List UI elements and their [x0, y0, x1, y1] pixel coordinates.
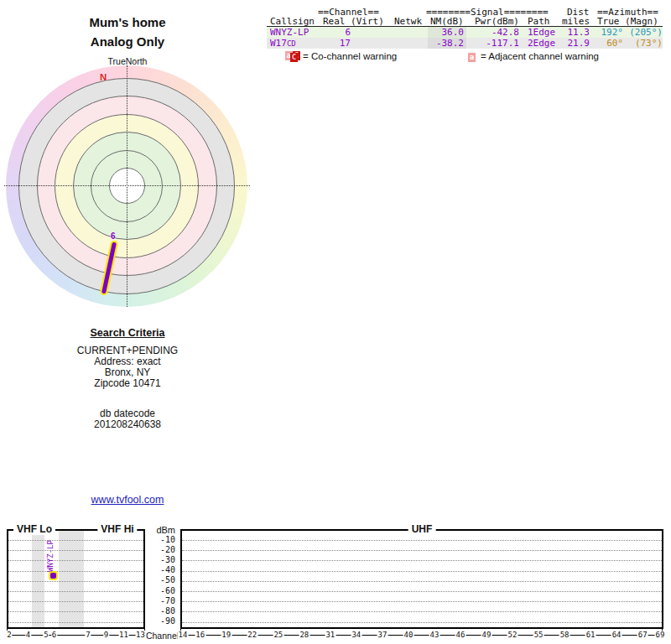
dbm-gridline	[182, 581, 662, 582]
table-row: WNYZ-LP 6 36.0 -42.8 1Edge 11.3 192° (20…	[267, 27, 663, 38]
polar-azimuth-plot: N 6	[4, 63, 250, 309]
channel-tick-label: 61	[585, 631, 596, 639]
db-datecode-label: db datecode	[44, 408, 211, 419]
dbm-tick-label: -60	[149, 586, 175, 595]
dbm-tick-label: -90	[149, 616, 175, 626]
db-datecode-value: 201208240638	[44, 419, 211, 430]
footer-link-wrap: www.tvfool.com	[44, 494, 211, 506]
search-criteria-line: Address: exact	[44, 356, 211, 367]
dbm-gridline	[8, 591, 143, 592]
channel-tick-label: 13	[135, 631, 146, 639]
dbm-gridline	[8, 560, 143, 561]
search-criteria-line: Bronx, NY	[44, 367, 211, 378]
dbm-tick-label: -40	[149, 565, 175, 574]
dbm-gridline	[8, 540, 143, 541]
channel-tick-label: 40	[403, 631, 414, 639]
spectrum-gap-band	[32, 531, 44, 627]
search-criteria-block: CURRENT+PENDING Address: exact Bronx, NY…	[44, 345, 211, 389]
channel-tick-label: 37	[377, 631, 388, 639]
legend-adjacent-badge: a	[468, 51, 476, 62]
table-row: W17CD 17 -38.2 -117.1 2Edge 21.9 60° (73…	[267, 38, 663, 49]
signal-spoke-layer	[4, 63, 250, 309]
spectrum-gap-band	[59, 531, 84, 627]
dbm-gridline	[182, 591, 662, 592]
channel-tick-label: 49	[481, 631, 492, 639]
search-criteria-line: CURRENT+PENDING	[44, 345, 211, 356]
tvfool-report: Mum's home Analog Only TrueNorth N 6 ==C…	[0, 0, 671, 644]
channel-tick-label: 28	[299, 631, 309, 639]
channel-tick-label: 69	[655, 631, 666, 639]
channel-tick-label: 5	[43, 631, 49, 639]
azimuth-magn-cell: (205°)	[612, 27, 663, 38]
dbm-gridline	[182, 622, 662, 623]
azimuth-magn-cell: (73°)	[612, 38, 663, 49]
channel-tick-label: 67	[637, 631, 648, 639]
dbm-tick-label: -30	[149, 555, 175, 564]
dbm-gridline	[8, 622, 143, 623]
legend-co-badge: C	[290, 51, 298, 62]
search-criteria-line: Zipcode 10471	[44, 378, 211, 389]
channel-tick-label: 16	[195, 631, 205, 639]
dbm-gridline	[182, 601, 662, 602]
vhf-hi-label: VHF Hi	[97, 523, 137, 535]
dbm-gridline	[182, 611, 662, 612]
legend-co-text: = Co-channel warning	[303, 51, 397, 62]
channel-tick-label: 7	[85, 631, 91, 639]
wnyz-lp-bar-label: WNYZ-LP	[46, 530, 55, 572]
page-title: Mum's home	[44, 15, 211, 29]
dbm-tick-label: -50	[149, 575, 175, 584]
y-axis-unit: dBm	[149, 525, 175, 535]
legend-adjacent-text: = Adjacent channel warning	[481, 51, 599, 62]
spoke-channel-label: 6	[111, 231, 116, 241]
dbm-gridline	[8, 611, 143, 612]
page-subtitle: Analog Only	[44, 34, 211, 49]
dbm-gridline	[8, 601, 143, 602]
north-marker: N	[100, 72, 107, 82]
nm-db-cell: 36.0	[414, 27, 464, 38]
channel-tick-label: 2	[6, 631, 12, 639]
pwr-dbm-cell: -42.8	[469, 27, 519, 38]
dbm-gridline	[182, 540, 662, 541]
channel-tick-label: 22	[247, 631, 257, 639]
wnyz-lp-signal-bar	[49, 571, 58, 580]
channel-tick-label: 64	[611, 631, 622, 639]
signal-table: ==Channel== ========Signal======== Dist …	[252, 5, 669, 65]
dbm-tick-label: -10	[149, 535, 175, 544]
vhf-panel	[7, 529, 145, 629]
dbm-gridline	[182, 560, 662, 561]
dbm-gridline	[8, 571, 143, 572]
channel-tick-label: 4	[25, 631, 31, 639]
signal-power-chart: VHF Lo VHF Hi UHF dBm Channel WNYZ-LP -1…	[0, 520, 671, 644]
dbm-tick-label: -20	[149, 545, 175, 554]
db-datecode-block: db datecode 201208240638	[44, 408, 211, 430]
dbm-tick-label: -70	[149, 596, 175, 605]
uhf-label: UHF	[408, 523, 436, 535]
tvfool-link[interactable]: www.tvfool.com	[91, 494, 164, 506]
dbm-tick-label: -80	[149, 606, 175, 615]
nm-db-cell: -38.2	[414, 38, 464, 49]
real-channel-cell: 6	[300, 27, 351, 38]
channel-tick-label: 34	[351, 631, 362, 639]
channel-tick-label: 14	[178, 631, 189, 639]
channel-tick-label: 25	[273, 631, 283, 639]
real-channel-cell: 17	[300, 38, 351, 49]
channel-tick-label: 31	[325, 631, 336, 639]
dbm-gridline	[182, 550, 662, 551]
channel-tick-label: 19	[221, 631, 231, 639]
channel-tick-label: 58	[559, 631, 570, 639]
channel-tick-label: 43	[429, 631, 440, 639]
channel-tick-label: 52	[507, 631, 518, 639]
channel-tick-label: 46	[455, 631, 466, 639]
channel-tick-label: 11	[118, 631, 129, 639]
channel-tick-label: 55	[533, 631, 544, 639]
search-criteria-heading: Search Criteria	[44, 327, 211, 339]
dbm-gridline	[8, 550, 143, 551]
pwr-dbm-cell: -117.1	[469, 38, 519, 49]
channel-tick-label: 6	[51, 631, 57, 639]
uhf-panel	[180, 529, 663, 629]
dbm-gridline	[182, 571, 662, 572]
channel-tick-label: 9	[103, 631, 109, 639]
dbm-gridline	[8, 581, 143, 582]
x-axis-label: Channel	[144, 631, 180, 641]
